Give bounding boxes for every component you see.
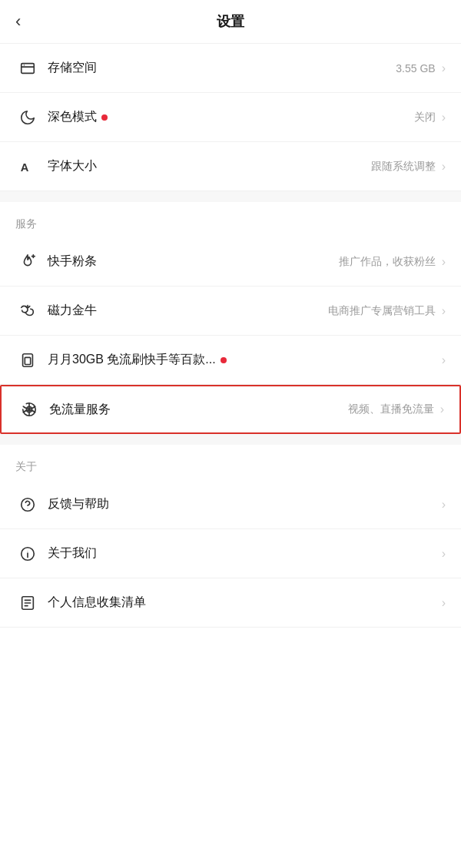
monthly-gb-right: › (439, 353, 446, 367)
menu-item-about-us[interactable]: 关于我们 › (0, 529, 461, 578)
dark-mode-value: 关闭 (414, 111, 436, 124)
bull-value: 电商推广专属营销工具 (328, 304, 436, 318)
menu-item-privacy-list[interactable]: 个人信息收集清单 › (0, 578, 461, 628)
free-traffic-right: 视频、直播免流量 › (348, 403, 444, 416)
chevron-icon: › (442, 61, 446, 75)
flame-plus-icon (15, 253, 40, 270)
storage-label-wrap: 存储空间 (48, 60, 396, 76)
dark-mode-label: 深色模式 (48, 109, 97, 125)
chevron-icon: › (442, 547, 446, 561)
moon-icon (15, 109, 40, 126)
chevron-icon: › (442, 498, 446, 512)
settings-header: ‹ 设置 (0, 0, 461, 44)
font-size-label-wrap: 字体大小 (48, 158, 371, 174)
menu-item-font-size[interactable]: A 字体大小 跟随系统调整 › (0, 142, 461, 191)
storage-icon (15, 60, 40, 77)
privacy-list-label: 个人信息收集清单 (48, 595, 146, 611)
svg-rect-10 (25, 357, 30, 364)
storage-label: 存储空间 (48, 60, 97, 76)
section-label-about: 关于 (0, 445, 461, 480)
storage-value: 3.55 GB (396, 62, 435, 75)
svg-text:A: A (21, 161, 29, 173)
free-traffic-value: 视频、直播免流量 (348, 403, 434, 416)
font-size-label: 字体大小 (48, 158, 97, 174)
about-us-label: 关于我们 (48, 545, 97, 562)
feedback-label-wrap: 反馈与帮助 (48, 496, 439, 512)
bull-label: 磁力金牛 (48, 303, 97, 319)
monthly-gb-label-wrap: 月月30GB 免流刷快手等百款... (48, 352, 439, 368)
section-label-services: 服务 (0, 202, 461, 237)
free-traffic-label: 免流量服务 (49, 402, 111, 418)
menu-item-feedback[interactable]: 反馈与帮助 › (0, 480, 461, 529)
signal-icon (17, 401, 41, 418)
dark-mode-dot (101, 114, 108, 121)
menu-item-fentiao[interactable]: 快手粉条 推广作品，收获粉丝 › (0, 237, 461, 287)
svg-rect-0 (22, 63, 35, 73)
chevron-icon: › (442, 111, 446, 124)
fentiao-value: 推广作品，收获粉丝 (339, 255, 436, 269)
svg-point-2 (24, 65, 25, 65)
fentiao-label: 快手粉条 (48, 253, 97, 270)
free-traffic-label-wrap: 免流量服务 (49, 402, 348, 418)
chevron-icon: › (442, 596, 446, 610)
chevron-icon: › (442, 160, 446, 174)
menu-item-bull[interactable]: 磁力金牛 电商推广专属营销工具 › (0, 287, 461, 336)
svg-line-7 (25, 306, 27, 307)
bull-label-wrap: 磁力金牛 (48, 303, 328, 319)
font-size-right: 跟随系统调整 › (371, 160, 446, 174)
dark-mode-right: 关闭 › (414, 111, 446, 124)
section-gap-services (0, 191, 461, 202)
chevron-icon: › (442, 255, 446, 269)
menu-item-dark-mode[interactable]: 深色模式 关闭 › (0, 93, 461, 142)
feedback-label: 反馈与帮助 (48, 496, 109, 512)
info-circle-icon (15, 545, 40, 562)
monthly-gb-label: 月月30GB 免流刷快手等百款... (48, 352, 216, 368)
about-us-right: › (439, 547, 446, 561)
section-gap-about (0, 434, 461, 445)
svg-point-18 (28, 550, 28, 551)
chevron-icon: › (442, 353, 446, 367)
privacy-list-right: › (439, 596, 446, 610)
chevron-icon: › (440, 403, 444, 416)
fentiao-right: 推广作品，收获粉丝 › (339, 255, 446, 269)
svg-point-15 (28, 508, 28, 509)
monthly-gb-dot (221, 357, 227, 363)
feedback-right: › (439, 498, 446, 512)
about-us-label-wrap: 关于我们 (48, 545, 439, 562)
svg-point-14 (22, 498, 35, 511)
chevron-icon: › (442, 304, 446, 318)
question-circle-icon (15, 496, 40, 513)
privacy-list-label-wrap: 个人信息收集清单 (48, 595, 439, 611)
doc-list-icon (15, 595, 40, 611)
menu-item-storage[interactable]: 存储空间 3.55 GB › (0, 44, 461, 93)
fentiao-label-wrap: 快手粉条 (48, 253, 339, 270)
font-size-value: 跟随系统调整 (371, 160, 436, 174)
svg-line-8 (28, 306, 30, 307)
page-title: 设置 (217, 12, 244, 31)
font-icon: A (15, 158, 40, 175)
dark-mode-label-wrap: 深色模式 (48, 109, 414, 125)
menu-item-monthly-gb[interactable]: 月月30GB 免流刷快手等百款... › (0, 336, 461, 385)
menu-item-free-traffic[interactable]: 免流量服务 视频、直播免流量 › (0, 385, 461, 434)
sim-card-icon (15, 352, 40, 369)
back-button[interactable]: ‹ (15, 13, 21, 30)
storage-right: 3.55 GB › (396, 61, 446, 75)
bull-right: 电商推广专属营销工具 › (328, 304, 446, 318)
bull-icon (15, 303, 40, 320)
